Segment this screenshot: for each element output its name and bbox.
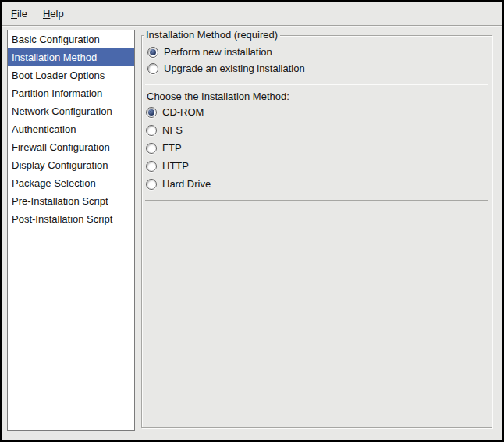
group-title: Installation Method (required) [144, 29, 280, 41]
sidebar-item[interactable]: Post-Installation Script [8, 210, 134, 228]
radio-option-label: HTTP [162, 160, 189, 172]
sidebar-item[interactable]: Boot Loader Options [8, 66, 134, 84]
radio-option-label: Perform new installation [164, 46, 272, 58]
sidebar-item[interactable]: Pre-Installation Script [8, 192, 134, 210]
radio-button-icon[interactable] [146, 107, 157, 118]
radio-option[interactable]: FTP [142, 139, 492, 157]
radio-option[interactable]: HTTP [142, 157, 492, 175]
radio-button-icon[interactable] [146, 143, 157, 154]
radio-option[interactable]: NFS [142, 121, 492, 139]
radio-button-icon[interactable] [147, 63, 158, 74]
radio-button-icon[interactable] [146, 161, 157, 172]
sidebar-item[interactable]: Network Configuration [8, 102, 134, 120]
method-options: CD-ROM NFS FTP HTTP [142, 103, 492, 193]
radio-option-label: NFS [162, 124, 183, 136]
sidebar-item[interactable]: Package Selection [8, 174, 134, 192]
separator [145, 200, 488, 201]
radio-button-icon[interactable] [146, 179, 157, 190]
radio-option[interactable]: Upgrade an existing installation [142, 60, 492, 77]
sidebar-item[interactable]: Partition Information [8, 84, 134, 102]
radio-option[interactable]: CD-ROM [142, 103, 492, 121]
radio-button-icon[interactable] [147, 47, 158, 58]
radio-option[interactable]: Perform new installation [142, 44, 492, 60]
menu-item[interactable]: File [3, 2, 35, 25]
sidebar-item[interactable]: Authentication [8, 120, 134, 138]
sidebar-item[interactable]: Basic Configuration [8, 30, 134, 48]
sidebar-item[interactable]: Display Configuration [8, 156, 134, 174]
sidebar-item[interactable]: Installation Method [8, 48, 134, 66]
separator [145, 84, 488, 85]
install-type-options: Perform new installation Upgrade an exis… [142, 44, 492, 77]
radio-option-label: CD-ROM [162, 106, 204, 118]
menubar: File Help [2, 2, 502, 26]
radio-option-label: Hard Drive [162, 178, 211, 190]
kickstart-configurator-window: File Help Basic Configuration Installati… [0, 0, 504, 442]
radio-option[interactable]: Hard Drive [142, 175, 492, 193]
sidebar-item[interactable]: Firewall Configuration [8, 138, 134, 156]
method-section-label: Choose the Installation Method: [147, 91, 492, 103]
radio-button-icon[interactable] [146, 125, 157, 136]
radio-option-label: Upgrade an existing installation [164, 62, 305, 74]
sidebar-section-list[interactable]: Basic Configuration Installation Method … [7, 30, 135, 431]
radio-option-label: FTP [162, 142, 182, 154]
menu-item[interactable]: Help [35, 2, 72, 25]
installation-method-group: Installation Method (required) Perform n… [141, 35, 492, 428]
